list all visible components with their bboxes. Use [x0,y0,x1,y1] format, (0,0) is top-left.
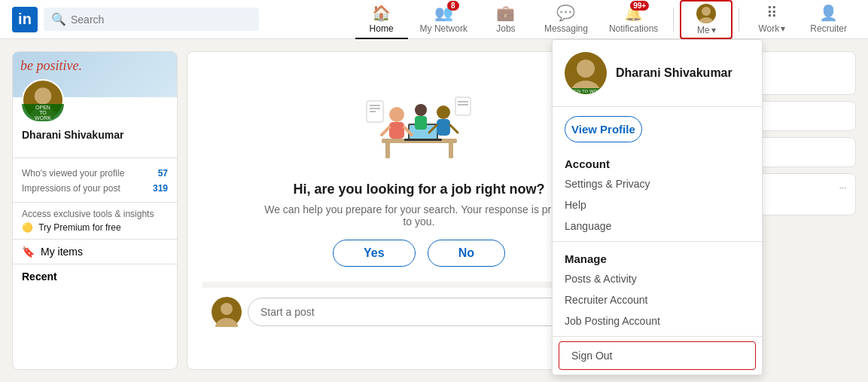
my-items[interactable]: 🔖 My items [13,239,177,264]
grid-icon: ⠿ [766,4,778,22]
dropdown-user-name: Dharani Shivakumar [616,66,732,80]
stat-views-value[interactable]: 57 [158,168,168,179]
svg-point-1 [699,17,714,23]
cover-text: be positive. [20,58,82,74]
nav-label-work: Work ▾ [758,23,785,34]
left-sidebar: be positive. OPENTOWORK Dharani Shivakum… [12,51,178,370]
my-items-label: My items [41,246,83,258]
recruiter-account-item[interactable]: Recruiter Account [553,289,762,310]
svg-line-12 [382,127,389,135]
stat-views-label: Who's viewed your profile [22,168,124,179]
svg-rect-9 [404,139,442,141]
stat-row-views: Who's viewed your profile 57 [22,166,168,181]
profile-avatar-wrapper: OPENTOWORK [22,79,64,121]
nav-label-jobs: Jobs [496,23,515,34]
recruiter-icon: 👤 [819,4,838,22]
linkedin-logo[interactable]: in [12,7,38,32]
profile-info: Dharani Shivakumar [13,121,177,150]
recent-label: Recent [22,270,57,283]
search-input[interactable] [71,14,251,26]
nav-item-recruiter[interactable]: 👤 Recruiter [801,0,856,39]
premium-link[interactable]: 🟡 Try Premium for free [22,222,168,233]
profile-stats: Who's viewed your profile 57 Impressions… [13,166,177,202]
bell-icon: 🔔99+ [624,4,643,22]
settings-privacy-item[interactable]: Settings & Privacy [553,173,762,194]
nav-label-home: Home [370,23,394,34]
dropdown-avatar: OPEN TO WORK [565,52,607,94]
nav-label-me: Me ▾ [697,25,716,35]
svg-point-27 [221,303,233,315]
svg-point-0 [702,7,711,16]
jobs-icon: 💼 [496,4,515,22]
svg-point-18 [415,104,427,116]
job-buttons: Yes No [333,240,505,267]
svg-rect-24 [455,97,471,115]
profile-badge: OPENTOWORK [22,104,64,121]
svg-point-10 [389,107,404,122]
network-icon: 👥8 [434,4,453,22]
nav-label-notifications: Notifications [609,23,658,34]
network-badge: 8 [447,1,459,11]
svg-point-2 [35,87,51,104]
bookmark-icon: 🔖 [22,246,35,258]
navbar: in 🔍 🏠 Home 👥8 My Network 💼 Jobs 💬 Messa… [0,0,868,39]
stat-impressions-value[interactable]: 319 [153,183,168,194]
nav-item-work[interactable]: ⠿ Work ▾ [745,0,798,39]
svg-rect-11 [389,122,404,139]
svg-rect-15 [437,119,450,136]
job-posting-item[interactable]: Job Posting Account [553,310,762,332]
nav-divider [673,8,674,32]
svg-line-17 [450,125,458,133]
recent-section: Recent [13,264,177,289]
messaging-icon: 💬 [556,4,575,22]
help-item[interactable]: Help [553,194,762,215]
search-icon: 🔍 [51,12,66,26]
job-question-subtitle: We can help you prepare for your search.… [261,203,577,228]
view-profile-button[interactable]: View Profile [565,116,642,142]
nav-label-network: My Network [420,23,468,34]
premium-section: Access exclusive tools & insights 🟡 Try … [13,202,177,239]
language-item[interactable]: Language [553,215,762,237]
stat-row-impressions: Impressions of your post 319 [22,181,168,196]
svg-point-14 [437,105,450,119]
nav-divider-2 [739,8,739,32]
me-avatar [696,4,716,23]
premium-text: Access exclusive tools & insights [22,209,168,219]
nav-item-home[interactable]: 🏠 Home [355,0,408,39]
job-illustration [359,82,480,173]
profile-name[interactable]: Dharani Shivakumar [22,129,168,141]
nav-item-jobs[interactable]: 💼 Jobs [480,0,532,39]
search-bar[interactable]: 🔍 [44,8,259,31]
nav-label-recruiter: Recruiter [810,23,847,34]
nav-items: 🏠 Home 👥8 My Network 💼 Jobs 💬 Messaging … [355,0,856,39]
nav-item-network[interactable]: 👥8 My Network [411,0,477,39]
home-icon: 🏠 [372,4,391,22]
post-avatar [212,297,242,327]
nav-item-me[interactable]: Me ▾ [680,0,732,39]
job-question-title: Hi, are you looking for a job right now? [293,182,544,197]
ad-menu[interactable]: ··· [839,183,846,192]
posts-activity-item[interactable]: Posts & Activity [553,268,762,289]
no-button[interactable]: No [428,240,505,267]
nav-item-notifications[interactable]: 🔔99+ Notifications [600,0,667,39]
notifications-badge: 99+ [630,1,649,11]
svg-rect-19 [415,116,427,130]
yes-button[interactable]: Yes [333,240,416,267]
premium-icon: 🟡 [22,222,33,233]
svg-point-28 [215,318,238,327]
dropdown-header: OPEN TO WORK Dharani Shivakumar [553,40,762,107]
dropdown-avatar-badge: OPEN TO WORK [565,88,607,94]
stat-impressions-label: Impressions of your post [22,183,120,194]
svg-rect-6 [449,143,453,158]
me-dropdown: OPEN TO WORK Dharani Shivakumar View Pro… [552,39,763,375]
sign-out-button[interactable]: Sign Out [559,344,755,368]
dropdown-manage-title: Manage [553,246,762,268]
nav-item-messaging[interactable]: 💬 Messaging [535,0,597,39]
nav-label-messaging: Messaging [544,23,588,34]
sign-out-wrapper: Sign Out [559,341,756,370]
svg-rect-5 [385,143,390,158]
svg-point-29 [577,60,595,78]
dropdown-account-title: Account [553,151,762,173]
